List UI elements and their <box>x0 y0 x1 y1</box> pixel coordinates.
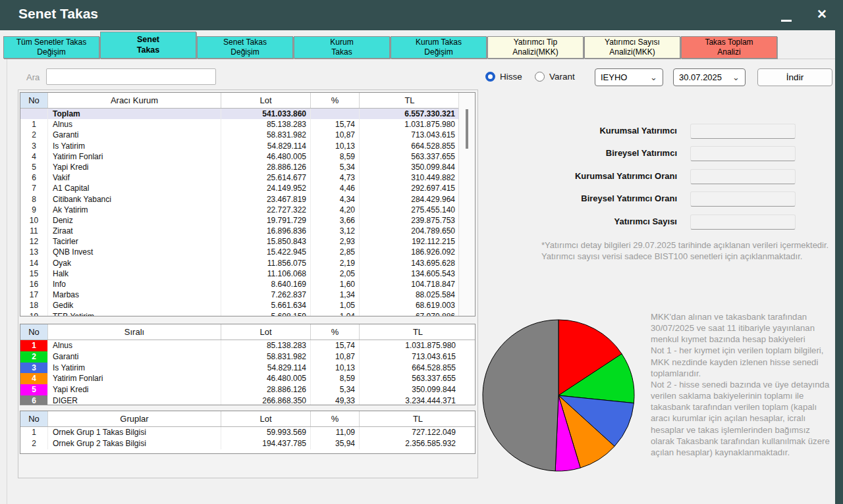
table-row[interactable]: 6DIGER266.868.35049,333.234.444.371 <box>20 395 475 405</box>
investor-field-input[interactable] <box>690 191 796 207</box>
table-row[interactable]: 10Deniz19.791.7293,66239.875.753 <box>20 215 475 226</box>
table-row[interactable]: 1Alnus85.138.28315,741.031.875.980 <box>20 340 475 351</box>
column-header: % <box>311 93 360 108</box>
row-name-cell: Ornek Grup 1 Takas Bilgisi <box>48 427 221 438</box>
row-tl-cell: 350.099.844 <box>360 162 460 172</box>
window-title: Senet Takas <box>18 6 98 22</box>
table-row[interactable]: 18Gedik5.661.6341,0568.619.003 <box>20 300 475 311</box>
table-row[interactable]: 5Yapi Kredi28.886.1265,34350.099.844 <box>20 162 475 172</box>
table-row[interactable]: 15Halk11.106.0682,05134.605.543 <box>20 268 475 279</box>
table-row[interactable]: 2Garanti58.831.98210,87713.043.615 <box>20 351 475 363</box>
row-tl-cell: 88.025.584 <box>360 290 460 300</box>
table-row[interactable]: 1Alnus85.138.28315,741.031.875.980 <box>20 119 475 130</box>
investor-field-input[interactable] <box>690 146 796 161</box>
table-row[interactable]: 11Ziraat16.896.8363,12204.789.650 <box>20 226 475 236</box>
row-pct-cell: 49,33 <box>311 395 360 405</box>
table-row[interactable]: 19TEB Yatirim5.608.1591,0467.970.886 <box>20 311 475 316</box>
row-lot-cell: 54.829.114 <box>221 363 311 374</box>
row-lot-cell: 28.886.126 <box>221 162 311 172</box>
radio-selected-icon[interactable] <box>485 72 495 82</box>
tab-2[interactable]: Senet Takas <box>100 32 196 59</box>
radio-hisse[interactable]: Hisse <box>485 72 522 82</box>
row-no-cell: 6 <box>20 172 48 183</box>
row-name-cell: Deniz <box>48 215 221 226</box>
row-pct-cell: 10,13 <box>311 141 360 151</box>
table-row[interactable]: 14Oyak11.856.0752,19143.695.628 <box>20 258 475 268</box>
row-pct-cell: 4,46 <box>311 183 360 193</box>
tab-7[interactable]: Yatırımcı Sayısı Analizi(MKK) <box>584 36 680 59</box>
tab-8[interactable]: Takas Toplam Analizi <box>681 36 777 59</box>
row-no-cell: 4 <box>20 373 48 384</box>
row-pct-cell: 8,59 <box>311 151 360 162</box>
close-icon[interactable]: ✕ <box>817 7 827 22</box>
row-tl-cell: 727.122.049 <box>360 427 476 438</box>
row-tl-cell: 204.789.650 <box>360 226 460 236</box>
scrollbar-thumb[interactable] <box>466 109 468 149</box>
table-row[interactable]: 13QNB Invest15.422.9452,85186.926.092 <box>20 247 475 257</box>
symbol-select[interactable]: IEYHO ⌄ <box>595 68 663 86</box>
row-tl-cell: 713.043.615 <box>360 130 460 140</box>
table-row[interactable]: 8Citibank Yabanci23.467.8194,34284.429.9… <box>20 194 475 205</box>
table-row[interactable]: 16Info8.640.1691,60104.718.847 <box>20 279 475 290</box>
investor-field-row: Yatırımcı Sayısı <box>507 214 797 230</box>
table-row[interactable]: 4Yatirim Fonlari46.480.0058,59563.337.65… <box>20 373 475 384</box>
table-row[interactable]: 3Is Yatirim54.829.11410,13664.528.855 <box>20 363 475 374</box>
app-window: Senet Takas ✕ Tüm Senetler Takas Değişim… <box>0 0 843 504</box>
row-no-cell: 9 <box>20 205 48 215</box>
table-row[interactable]: 1Ornek Grup 1 Takas Bilgisi59.993.56911,… <box>20 427 475 438</box>
column-header: No <box>20 411 48 426</box>
table-row[interactable]: 2Ornek Grup 2 Takas Bilgisi194.437.78535… <box>20 438 475 449</box>
investor-field-input[interactable] <box>690 169 796 184</box>
row-lot-cell: 85.138.283 <box>221 119 311 130</box>
row-pct-cell: 15,74 <box>311 119 360 130</box>
row-no-cell: 5 <box>20 384 48 395</box>
scrollbar-track[interactable] <box>458 93 475 316</box>
investor-note-text: *Yatırımcı detay bilgileri 29.07.2025 ta… <box>541 239 832 262</box>
row-no-cell: 15 <box>20 268 48 279</box>
minimize-icon[interactable] <box>781 20 792 22</box>
table-row[interactable]: Toplam541.033.8606.557.330.321 <box>20 109 475 119</box>
tab-1[interactable]: Tüm Senetler Takas Değişim <box>3 36 99 59</box>
row-name-cell: Yatirim Fonlari <box>48 373 221 384</box>
table-row[interactable]: 6Vakif25.614.6774,73310.449.882 <box>20 172 475 183</box>
row-no-cell: 1 <box>20 427 48 438</box>
table-row[interactable]: 7A1 Capital24.149.9524,46292.697.415 <box>20 183 475 193</box>
broker-table: NoAracı KurumLot%TLToplam541.033.8606.55… <box>20 92 476 316</box>
row-pct-cell: 10,13 <box>311 363 360 374</box>
row-tl-cell: 6.557.330.321 <box>360 109 460 119</box>
search-label: Ara <box>26 72 40 82</box>
symbol-select-value: IEYHO <box>601 72 627 82</box>
row-pct-cell: 4,34 <box>311 194 360 205</box>
tab-5[interactable]: Kurum Takas Değişim <box>391 36 487 59</box>
investor-field-input[interactable] <box>690 124 796 139</box>
table-row[interactable]: 2Garanti58.831.98210,87713.043.615 <box>20 130 475 140</box>
chevron-down-icon: ⌄ <box>650 72 657 82</box>
window-right-border <box>835 0 843 504</box>
tab-6[interactable]: Yatırımcı Tip Analizi(MKK) <box>487 36 584 59</box>
table-row[interactable]: 17Marbas7.262.8371,3488.025.584 <box>20 290 475 300</box>
column-header: TL <box>360 324 476 340</box>
row-name-cell: Alnus <box>48 340 221 351</box>
radio-varant[interactable]: Varant <box>535 72 575 82</box>
date-select[interactable]: 30.07.2025 ⌄ <box>673 68 746 86</box>
table-row[interactable]: 5Yapi Kredi28.886.1265,34350.099.844 <box>20 384 475 395</box>
table-row[interactable]: 9Ak Yatirim22.727.3224,20275.455.140 <box>20 205 475 215</box>
row-name-cell: DIGER <box>48 395 221 405</box>
investor-field-input[interactable] <box>690 214 796 230</box>
table-row[interactable]: 4Yatirim Fonlari46.480.0058,59563.337.65… <box>20 151 475 162</box>
row-tl-cell: 3.234.444.371 <box>360 395 476 405</box>
row-lot-cell: 19.791.729 <box>221 215 311 226</box>
download-button[interactable]: İndir <box>757 68 832 86</box>
row-lot-cell: 24.149.952 <box>221 183 311 193</box>
row-lot-cell: 58.831.982 <box>221 351 311 363</box>
row-no-cell: 17 <box>20 290 48 300</box>
tab-4[interactable]: Kurum Takas <box>294 36 390 59</box>
table-row[interactable]: 12Tacirler15.850.8432,93192.112.215 <box>20 236 475 247</box>
search-input[interactable] <box>46 68 216 85</box>
row-tl-cell: 134.605.543 <box>360 268 460 279</box>
radio-unselected-icon[interactable] <box>535 72 545 82</box>
tab-3[interactable]: Senet Takas Değişim <box>197 36 293 59</box>
row-pct-cell: 4,73 <box>311 172 360 183</box>
row-lot-cell: 15.422.945 <box>221 247 311 257</box>
table-row[interactable]: 3Is Yatirim54.829.11410,13664.528.855 <box>20 141 475 151</box>
